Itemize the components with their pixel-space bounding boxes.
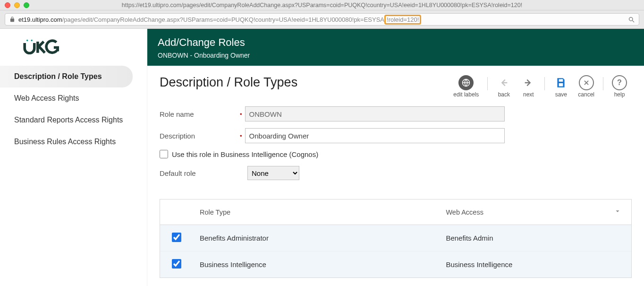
cancel-icon — [579, 75, 594, 90]
content-head: Description / Role Types edit labels bac… — [160, 75, 632, 98]
toolbar-separator — [603, 77, 603, 90]
save-icon — [553, 75, 568, 90]
maximize-window-button[interactable] — [24, 2, 29, 8]
toolbar-label: help — [614, 91, 625, 98]
arrow-right-icon — [521, 75, 536, 90]
table-header-web-access[interactable]: Web Access — [439, 199, 608, 225]
svg-point-3 — [31, 40, 32, 41]
app-container: Description / Role Types Web Access Righ… — [0, 29, 644, 286]
toolbar-label: back — [498, 91, 510, 98]
description-input[interactable] — [245, 128, 505, 143]
next-button[interactable]: next — [516, 75, 541, 98]
role-name-label: Role name — [160, 110, 240, 118]
sidebar-item-standard-reports-access-rights[interactable]: Standard Reports Access Rights — [0, 109, 147, 131]
page-title: Description / Role Types — [160, 75, 297, 90]
sidebar-item-label: Standard Reports Access Rights — [14, 116, 123, 124]
header-title: Add/Change Roles — [158, 36, 634, 49]
svg-point-0 — [629, 17, 633, 21]
address-field[interactable]: et19.ultipro.com /pages/edit/CompanyRole… — [5, 13, 639, 26]
sidebar-item-label: Business Rules Access Rights — [14, 138, 116, 146]
toolbar-separator — [487, 77, 488, 90]
row-checkbox[interactable] — [172, 233, 181, 242]
table-header-row: Role Type Web Access — [160, 199, 631, 225]
toolbar-separator — [544, 77, 545, 90]
cell-web-access: Business Intelligence — [439, 251, 631, 278]
role-types-table: Role Type Web Access Benefits Administra… — [160, 199, 632, 278]
table-row: Benefits Administrator Benefits Admin — [160, 225, 631, 251]
sidebar-item-label: Description / Role Types — [14, 72, 102, 80]
reader-icon[interactable] — [628, 16, 635, 23]
close-window-button[interactable] — [5, 2, 10, 8]
help-button[interactable]: ? help — [607, 75, 632, 98]
ukg-logo — [0, 29, 147, 66]
address-domain: et19.ultipro.com — [18, 16, 62, 23]
edit-labels-button[interactable]: edit labels — [449, 75, 483, 98]
help-icon: ? — [612, 75, 627, 90]
role-name-row: Role name • — [160, 106, 632, 121]
back-button[interactable]: back — [491, 75, 516, 98]
address-highlight: !roleid=120! — [384, 15, 421, 25]
table-header-checkbox — [160, 199, 193, 225]
sidebar-item-business-rules-access-rights[interactable]: Business Rules Access Rights — [0, 131, 147, 153]
content-area: Description / Role Types edit labels bac… — [147, 66, 644, 286]
sidebar-item-web-access-rights[interactable]: Web Access Rights — [0, 87, 147, 109]
description-label: Description — [160, 132, 240, 140]
cell-role-type: Business Intelligence — [193, 251, 439, 278]
toolbar-label: save — [555, 91, 567, 98]
sidebar-item-label: Web Access Rights — [14, 94, 79, 102]
toolbar-label: edit labels — [453, 91, 479, 98]
default-role-label: Default role — [160, 169, 247, 177]
bi-checkbox-label[interactable]: Use this role in Business Intelligence (… — [172, 150, 318, 158]
required-indicator: • — [240, 132, 242, 139]
page-header: Add/Change Roles ONBOWN - Onboarding Own… — [147, 29, 644, 66]
arrow-left-icon — [496, 75, 511, 90]
cancel-button[interactable]: cancel — [573, 75, 599, 98]
cell-web-access: Benefits Admin — [439, 225, 631, 251]
default-role-row: Default role None — [160, 166, 632, 180]
cell-role-type: Benefits Administrator — [193, 225, 439, 251]
main-content: Add/Change Roles ONBOWN - Onboarding Own… — [147, 29, 644, 286]
sidebar: Description / Role Types Web Access Righ… — [0, 29, 147, 286]
row-checkbox[interactable] — [172, 259, 181, 269]
table-header-expand[interactable] — [608, 199, 631, 225]
traffic-lights — [5, 2, 29, 8]
toolbar-label: next — [523, 91, 534, 98]
table-header-role-type[interactable]: Role Type — [193, 199, 439, 225]
required-indicator: • — [240, 111, 242, 118]
default-role-select[interactable]: None — [247, 166, 299, 180]
browser-chrome: https://et19.ultipro.com/pages/edit/Comp… — [0, 0, 644, 29]
bi-checkbox-row: Use this role in Business Intelligence (… — [160, 150, 632, 158]
title-bar: https://et19.ultipro.com/pages/edit/Comp… — [0, 0, 644, 10]
svg-line-1 — [632, 20, 634, 22]
description-row: Description • — [160, 128, 632, 143]
svg-point-2 — [26, 40, 28, 41]
globe-icon — [458, 75, 474, 90]
toolbar-label: cancel — [578, 91, 594, 98]
title-bar-url: https://et19.ultipro.com/pages/edit/Comp… — [5, 2, 639, 9]
minimize-window-button[interactable] — [14, 2, 20, 8]
bi-checkbox[interactable] — [160, 150, 168, 158]
toolbar: edit labels back next — [449, 75, 632, 98]
sidebar-item-description-role-types[interactable]: Description / Role Types — [0, 66, 133, 87]
chevron-down-icon — [614, 208, 621, 215]
header-subtitle: ONBOWN - Onboarding Owner — [158, 52, 634, 59]
table-row: Business Intelligence Business Intellige… — [160, 251, 631, 278]
address-path: /pages/edit/CompanyRoleAddChange.aspx?US… — [62, 16, 385, 23]
svg-rect-5 — [561, 79, 562, 81]
lock-icon — [9, 16, 16, 23]
role-name-input[interactable] — [245, 106, 505, 121]
save-button[interactable]: save — [549, 75, 573, 98]
address-bar: et19.ultipro.com /pages/edit/CompanyRole… — [0, 10, 644, 29]
